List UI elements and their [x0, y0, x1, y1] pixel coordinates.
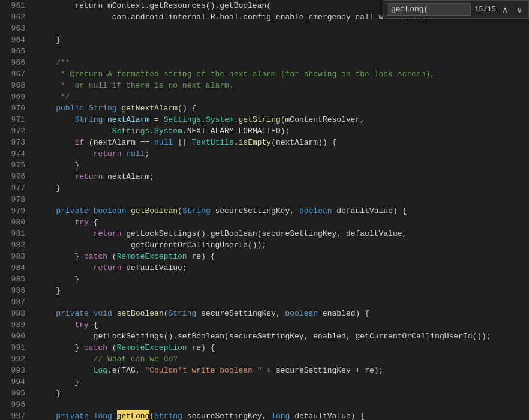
search-input[interactable]: [387, 3, 471, 16]
editor-container: 15/15 ∧ ∨ 961962963964965966967968969970…: [0, 0, 529, 420]
code-line: private long getLong(String secureSettin…: [37, 410, 529, 420]
line-number: 978: [3, 194, 25, 205]
code-line: [37, 296, 529, 308]
line-number: 964: [3, 34, 25, 46]
code-line: */: [37, 91, 529, 103]
search-next-button[interactable]: ∨: [514, 4, 525, 15]
code-line: }: [37, 388, 529, 399]
code-line: [37, 399, 529, 410]
code-line: return defaultValue;: [37, 262, 529, 274]
line-number: 973: [3, 137, 25, 148]
line-number: 968: [3, 80, 25, 91]
code-line: public String getNextAlarm() {: [37, 103, 529, 114]
code-line: return getLockSettings().getBoolean(secu…: [37, 228, 529, 239]
code-line: getCurrentOrCallingUserId());: [37, 239, 529, 251]
line-number: 974: [3, 148, 25, 160]
line-number: 966: [3, 57, 25, 68]
line-number: 986: [3, 285, 25, 296]
search-prev-button[interactable]: ∧: [500, 4, 510, 15]
line-number: 989: [3, 319, 25, 331]
code-line: }: [37, 285, 529, 296]
line-number: 984: [3, 262, 25, 274]
code-line: * or null if there is no next alarm.: [37, 80, 529, 91]
line-number: 992: [3, 353, 25, 365]
code-line: /**: [37, 57, 529, 68]
code-line: } catch (RemoteException re) {: [37, 251, 529, 262]
line-number: 993: [3, 365, 25, 376]
search-count: 15/15: [474, 5, 496, 14]
line-number: 997: [3, 410, 25, 420]
line-number: 970: [3, 103, 25, 114]
code-line: return null;: [37, 148, 529, 160]
code-line: [37, 23, 529, 34]
code-line: * @return A formatted string of the next…: [37, 68, 529, 80]
code-line: }: [37, 34, 529, 46]
line-number: 991: [3, 342, 25, 353]
search-widget: 15/15 ∧ ∨: [383, 0, 529, 19]
code-line: }: [37, 160, 529, 171]
code-line: }: [37, 376, 529, 388]
line-number: 996: [3, 399, 25, 410]
line-number: 972: [3, 125, 25, 137]
line-number: 971: [3, 114, 25, 125]
code-line: [37, 46, 529, 57]
line-number: 983: [3, 251, 25, 262]
code-line: } catch (RemoteException re) {: [37, 342, 529, 353]
line-number: 961: [3, 0, 25, 11]
line-number: 965: [3, 46, 25, 57]
code-line: getLockSettings().setBoolean(secureSetti…: [37, 331, 529, 342]
code-area: 9619629639649659669679689699709719729739…: [0, 0, 529, 420]
line-number: 995: [3, 388, 25, 399]
code-line: private void setBoolean(String secureSet…: [37, 308, 529, 319]
code-line: private boolean getBoolean(String secure…: [37, 205, 529, 217]
code-line: }: [37, 182, 529, 194]
code-line: // What can we do?: [37, 353, 529, 365]
code-content[interactable]: return mContext.getResources().getBoolea…: [31, 0, 529, 420]
code-line: }: [37, 274, 529, 285]
code-line: [37, 194, 529, 205]
code-line: return nextAlarm;: [37, 171, 529, 182]
line-number: 980: [3, 217, 25, 228]
line-number: 981: [3, 228, 25, 239]
line-number: 979: [3, 205, 25, 217]
line-number: 988: [3, 308, 25, 319]
line-number: 963: [3, 23, 25, 34]
line-number: 975: [3, 160, 25, 171]
code-line: Settings.System.NEXT_ALARM_FORMATTED);: [37, 125, 529, 137]
code-line: Log.e(TAG, "Couldn't write boolean " + s…: [37, 365, 529, 376]
code-line: try {: [37, 217, 529, 228]
line-number: 969: [3, 91, 25, 103]
line-number: 976: [3, 171, 25, 182]
line-number: 977: [3, 182, 25, 194]
line-number: 962: [3, 11, 25, 23]
line-number: 994: [3, 376, 25, 388]
line-numbers: 9619629639649659669679689699709719729739…: [0, 0, 31, 420]
line-number: 990: [3, 331, 25, 342]
line-number: 967: [3, 68, 25, 80]
line-number: 987: [3, 296, 25, 308]
code-line: if (nextAlarm == null || TextUtils.isEmp…: [37, 137, 529, 148]
code-line: try {: [37, 319, 529, 331]
code-line: String nextAlarm = Settings.System.getSt…: [37, 114, 529, 125]
line-number: 985: [3, 274, 25, 285]
line-number: 982: [3, 239, 25, 251]
